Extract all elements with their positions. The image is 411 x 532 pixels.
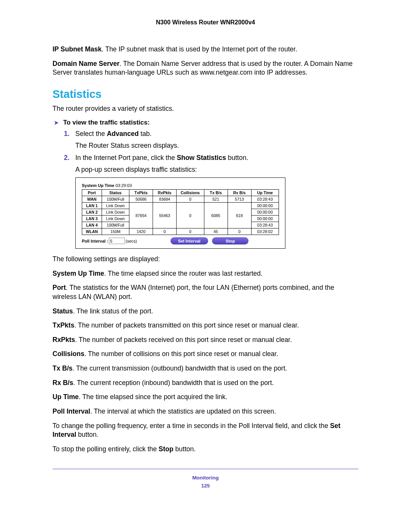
cell-lan1-status: Link Down	[102, 203, 129, 209]
cell-wlan-col: 0	[177, 228, 204, 235]
cell-wan-col: 0	[177, 196, 204, 203]
desc-collisions: . The number of collisions on this port …	[84, 350, 278, 358]
para-status: Status. The link status of the port.	[53, 307, 358, 316]
cell-wlan-port: WLAN	[82, 228, 102, 235]
term-port: Port	[53, 284, 66, 291]
cell-wan-txb: 521	[204, 196, 228, 203]
th-txbs: Tx B/s	[204, 190, 228, 196]
th-status: Status	[102, 190, 129, 196]
cell-lan-rx: 55463	[153, 203, 177, 228]
cell-lan-txb: 6085	[204, 203, 228, 228]
row-lan1: LAN 1 Link Down 87654 55463 0 6085 618 0…	[82, 203, 279, 209]
cell-lan2-port: LAN 2	[82, 209, 102, 216]
cell-wan-up: 03:28:43	[251, 196, 279, 203]
cell-lan4-port: LAN 4	[82, 222, 102, 228]
step-1-text-b: Advanced	[107, 130, 139, 137]
step-1-text-c: tab.	[139, 130, 151, 137]
th-rxpkts: RxPkts	[153, 190, 177, 196]
term-ip-subnet-mask: IP Subnet Mask	[53, 45, 102, 53]
change-a: To change the polling frequency, enter a…	[53, 422, 330, 430]
arrow-icon: ➤	[53, 120, 63, 126]
uptime-value: 03:29:03	[115, 183, 132, 188]
ip-subnet-mask-paragraph: IP Subnet Mask. The IP subnet mask that …	[53, 45, 358, 54]
desc-port: . The statistics for the WAN (Internet) …	[53, 284, 334, 300]
desc-status: . The link status of the port.	[73, 307, 153, 315]
task-label: To view the traffic statistics:	[63, 119, 150, 126]
desc-uptime: . The time elapsed since the port acquir…	[79, 393, 228, 401]
set-interval-button[interactable]: Set Interval	[170, 237, 208, 244]
cell-wlan-rxb: 0	[228, 228, 251, 235]
cell-wan-rxb: 5713	[228, 196, 251, 203]
cell-lan3-up: 00:00:00	[251, 216, 279, 222]
para-port: Port. The statistics for the WAN (Intern…	[53, 283, 358, 301]
poll-interval-input[interactable]	[109, 238, 125, 244]
term-status: Status	[53, 307, 73, 315]
cell-lan4-status: 100M/Full	[102, 222, 129, 228]
stop-c: button.	[174, 445, 196, 453]
desc-txpkts: . The number of packets transmitted on t…	[74, 321, 299, 329]
stop-button[interactable]: Stop	[212, 237, 249, 244]
para-system-uptime: System Up Time. The time elapsed since t…	[53, 269, 358, 278]
step-2-text-a: In the Internet Port pane, click the	[75, 154, 177, 161]
cell-wlan-status: 150M	[102, 228, 129, 235]
poll-unit: (secs)	[126, 239, 137, 243]
cell-lan4-up: 03:28:43	[251, 222, 279, 228]
dns-paragraph: Domain Name Server. The Domain Name Serv…	[53, 59, 358, 77]
poll-interval-row: Poll Interval : (secs) Set Interval Stop	[82, 237, 279, 244]
page-header-title: N300 Wireless Router WNR2000v4	[53, 19, 358, 26]
cell-wan-rx: 83684	[153, 196, 177, 203]
step-2-number: 2.	[64, 153, 70, 163]
term-poll: Poll Interval	[53, 407, 90, 415]
cell-lan3-port: LAN 3	[82, 216, 102, 222]
term-dns: Domain Name Server	[53, 60, 119, 67]
cell-wan-port: WAN	[82, 196, 102, 203]
row-wlan: WLAN 150M 1420 0 0 45 0 03:28:02	[82, 228, 279, 235]
row-wan: WAN 100M/Full 50686 83684 0 521 5713 03:…	[82, 196, 279, 203]
change-c: button.	[76, 431, 98, 438]
desc-poll: . The interval at which the statistics a…	[90, 407, 276, 415]
para-rxpkts: RxPkts. The number of packets received o…	[53, 335, 358, 345]
cell-lan1-port: LAN 1	[82, 203, 102, 209]
cell-wlan-txb: 45	[204, 228, 228, 235]
term-system-uptime: System Up Time	[53, 270, 104, 277]
section-lead: The router provides a variety of statist…	[53, 104, 358, 113]
cell-wlan-up: 03:28:02	[251, 228, 279, 235]
step-1-text-a: Select the	[75, 130, 107, 137]
step-2-text-c: button.	[226, 154, 248, 161]
cell-lan2-status: Link Down	[102, 209, 129, 216]
term-uptime: Up Time	[53, 393, 79, 401]
step-2: 2. In the Internet Port pane, click the …	[64, 153, 358, 174]
uptime-label: System Up Time	[82, 183, 114, 188]
cell-lan1-up: 00:00:00	[251, 203, 279, 209]
step-1-note: The Router Status screen displays.	[75, 141, 358, 150]
th-txpkts: TxPkts	[129, 190, 153, 196]
para-collisions: Collisions. The number of collisions on …	[53, 350, 358, 359]
desc-rxpkts: . The number of packets received on this…	[75, 336, 292, 343]
para-txpkts: TxPkts. The number of packets transmitte…	[53, 321, 358, 330]
cell-wan-tx: 50686	[129, 196, 153, 203]
step-2-note: A pop-up screen displays traffic statist…	[75, 165, 358, 174]
cell-wlan-rx: 0	[153, 228, 177, 235]
cell-wlan-tx: 1420	[129, 228, 153, 235]
cell-lan-col: 0	[177, 203, 204, 228]
system-uptime-row: System Up Time 03:29:03	[82, 183, 279, 188]
term-rxbs: Rx B/s	[53, 379, 73, 387]
step-1: 1. Select the Advanced tab. The Router S…	[64, 129, 358, 150]
th-collisions: Collisions	[177, 190, 204, 196]
para-stop-poll: To stop the polling entirely, click the …	[53, 445, 358, 454]
statistics-table: Port Status TxPkts RxPkts Collisions Tx …	[82, 189, 279, 235]
th-port: Port	[82, 190, 102, 196]
th-uptime: Up Time	[251, 190, 279, 196]
cell-lan3-status: Link Down	[102, 216, 129, 222]
desc-rxbs: . The current reception (inbound) bandwi…	[73, 379, 274, 387]
footer-section: Monitoring	[53, 474, 358, 482]
term-txbs: Tx B/s	[53, 364, 73, 372]
cell-lan2-up: 00:00:00	[251, 209, 279, 216]
term-rxpkts: RxPkts	[53, 336, 75, 343]
cell-wan-status: 100M/Full	[102, 196, 129, 203]
term-txpkts: TxPkts	[53, 321, 74, 329]
para-txbs: Tx B/s. The current transmission (outbou…	[53, 364, 358, 373]
para-poll: Poll Interval. The interval at which the…	[53, 407, 358, 416]
stop-b: Stop	[159, 445, 174, 453]
poll-label: Poll Interval :	[82, 239, 108, 243]
